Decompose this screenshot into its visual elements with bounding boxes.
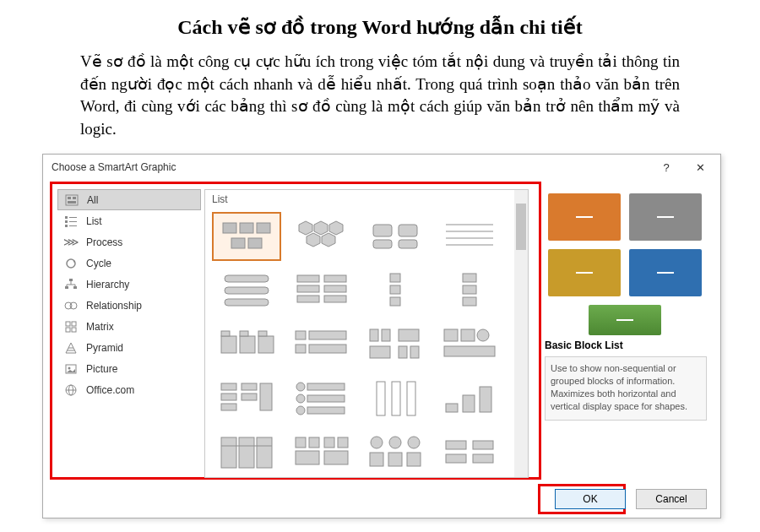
sidebar-item-cycle[interactable]: Cycle (57, 252, 201, 274)
sidebar-item-officecom[interactable]: Office.com (57, 379, 201, 400)
svg-rect-101 (296, 451, 319, 464)
svg-rect-80 (242, 383, 257, 390)
svg-rect-86 (307, 395, 345, 402)
svg-rect-5 (69, 217, 77, 218)
gallery-header: List (205, 190, 528, 209)
close-button[interactable]: ✕ (683, 155, 717, 179)
svg-rect-54 (463, 274, 476, 282)
help-button[interactable]: ? (649, 155, 683, 179)
thumb-picture-accent-list[interactable] (361, 428, 430, 477)
thumb-vertical-bracket-list[interactable] (361, 374, 430, 423)
svg-rect-62 (258, 331, 267, 336)
process-icon: ⋙ (64, 236, 78, 249)
svg-rect-50 (324, 296, 346, 302)
preview-title: Basic Block List (545, 339, 707, 351)
svg-rect-44 (225, 299, 269, 306)
svg-point-83 (296, 383, 305, 391)
thumb-alternating-hexagons[interactable] (286, 212, 356, 261)
svg-rect-45 (297, 275, 319, 282)
svg-rect-18 (66, 328, 70, 332)
svg-rect-2 (73, 197, 76, 199)
gallery-scrollbar[interactable] (514, 190, 528, 477)
sidebar-item-matrix[interactable]: Matrix (57, 316, 201, 337)
thumb-table-list[interactable] (212, 428, 281, 477)
thumb-vertical-bullet-list[interactable] (435, 266, 504, 315)
svg-rect-48 (324, 275, 346, 282)
sidebar-item-label: All (87, 194, 98, 206)
svg-rect-111 (446, 441, 466, 449)
svg-rect-99 (296, 437, 306, 448)
sidebar-item-label: Hierarchy (86, 279, 129, 290)
gallery-grid (205, 209, 528, 478)
svg-rect-26 (257, 223, 270, 233)
svg-rect-79 (221, 404, 236, 410)
svg-rect-108 (370, 453, 383, 466)
thumb-lined-list[interactable] (435, 212, 504, 261)
svg-rect-9 (69, 225, 77, 226)
thumb-tab-list[interactable] (212, 320, 281, 369)
layout-gallery: List (204, 189, 529, 478)
highlight-box-main: All List ⋙ Process Cycle Hierarchy (50, 182, 541, 480)
svg-rect-74 (461, 329, 475, 341)
thumb-square-accent-list[interactable] (361, 266, 430, 315)
svg-rect-11 (69, 279, 73, 281)
sidebar-item-picture[interactable]: Picture (57, 358, 201, 379)
svg-rect-96 (239, 437, 254, 468)
svg-rect-90 (392, 382, 400, 415)
ok-button[interactable]: OK (555, 489, 626, 509)
svg-rect-73 (444, 329, 458, 341)
hierarchy-icon (64, 278, 78, 291)
thumb-basic-block-list[interactable] (212, 212, 281, 261)
preview-description: Use to show non-sequential or grouped bl… (545, 356, 707, 421)
thumb-varying-width-list[interactable] (361, 320, 430, 369)
pyramid-icon (64, 341, 78, 355)
svg-rect-78 (221, 394, 236, 400)
svg-rect-89 (377, 382, 385, 415)
sidebar-item-relationship[interactable]: Relationship (57, 295, 201, 316)
thumb-descending-list[interactable] (435, 374, 504, 423)
svg-rect-102 (324, 437, 334, 448)
svg-rect-37 (399, 240, 417, 248)
cancel-button[interactable]: Cancel (636, 489, 707, 509)
sidebar-item-list[interactable]: List (57, 210, 201, 231)
sidebar-item-label: List (86, 215, 102, 227)
svg-rect-24 (223, 223, 236, 233)
svg-point-21 (68, 366, 71, 369)
thumb-horizontal-bullet-list[interactable] (286, 266, 356, 315)
thumb-continuous-picture-list[interactable] (435, 428, 504, 477)
thumb-vertical-block-list[interactable] (286, 320, 356, 369)
sidebar-item-process[interactable]: ⋙ Process (57, 231, 201, 252)
svg-rect-53 (390, 297, 400, 306)
svg-rect-28 (248, 238, 262, 248)
svg-rect-100 (309, 437, 319, 448)
svg-rect-65 (309, 331, 346, 339)
svg-rect-36 (373, 240, 392, 248)
thumb-grouped-list[interactable] (286, 428, 356, 477)
svg-rect-42 (225, 275, 269, 282)
svg-rect-8 (65, 225, 68, 227)
page-intro: Vẽ sơ đồ là một công cụ cực hữu ích tron… (80, 51, 680, 140)
thumb-picture-caption-list[interactable] (361, 212, 430, 261)
sidebar-item-label: Process (86, 236, 122, 248)
preview-graphic (545, 188, 707, 336)
sidebar-item-hierarchy[interactable]: Hierarchy (57, 274, 201, 295)
svg-rect-34 (373, 225, 392, 236)
svg-rect-46 (297, 285, 319, 292)
all-icon (65, 193, 79, 207)
svg-rect-19 (72, 328, 76, 332)
svg-rect-76 (444, 346, 495, 356)
svg-rect-16 (66, 322, 70, 326)
svg-rect-12 (65, 286, 68, 289)
svg-rect-64 (296, 345, 306, 353)
thumb-vertical-box-list[interactable] (212, 266, 281, 315)
thumb-stacked-list[interactable] (212, 374, 281, 423)
svg-rect-103 (338, 437, 348, 448)
sidebar-item-pyramid[interactable]: Pyramid (57, 337, 201, 358)
svg-marker-31 (307, 233, 320, 247)
svg-rect-95 (221, 437, 236, 468)
thumb-vertical-circle-list[interactable] (286, 374, 356, 423)
thumb-bending-picture-list[interactable] (435, 320, 504, 369)
svg-rect-91 (407, 382, 415, 415)
svg-rect-69 (370, 346, 390, 358)
sidebar-item-all[interactable]: All (57, 189, 201, 210)
